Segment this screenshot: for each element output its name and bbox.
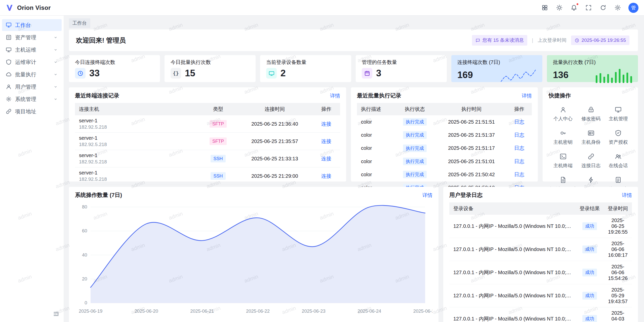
- status-badge: 执行完成: [403, 171, 427, 178]
- system-ops-panel: 系统操作数量 (7日) 详情 0204060802025-06-192025-0…: [69, 187, 438, 322]
- login-time: 2025-06-06 16:08:17: [604, 238, 632, 261]
- link-icon: [6, 108, 12, 115]
- last-login-label: 上次登录时间: [538, 37, 567, 44]
- executions-detail-link[interactable]: 详情: [522, 92, 532, 99]
- column-header: 连接时间: [237, 103, 312, 115]
- refresh-button[interactable]: [597, 2, 609, 14]
- chevron-down-icon: [53, 72, 58, 77]
- menu-fold-icon: [53, 311, 59, 317]
- log-link[interactable]: 日志: [514, 145, 524, 151]
- stat-label: 今日批量执行次数: [171, 59, 250, 66]
- quick-action-host-terminal[interactable]: 主机终端: [549, 153, 577, 169]
- column-header: 执行描述: [357, 103, 393, 115]
- quick-action-asset-authorization[interactable]: 资产授权: [605, 129, 632, 146]
- bell-icon: [571, 4, 577, 11]
- connect-link[interactable]: 连接: [321, 121, 331, 127]
- type-badge: SSH: [211, 155, 225, 162]
- svg-text:60: 60: [82, 228, 87, 233]
- chevron-down-icon: [53, 47, 58, 52]
- table-row: server-1182.92.5.218 SFTP 2025-06-25 21:…: [75, 133, 340, 150]
- stat-value: 33: [89, 68, 100, 79]
- sidebar-item-project-link[interactable]: 项目地址: [2, 105, 62, 117]
- document-list-icon: [615, 176, 622, 184]
- calendar-icon: [362, 68, 372, 79]
- connect-link[interactable]: 连接: [321, 156, 331, 161]
- sidebar-item-asset-management[interactable]: 资产管理: [2, 31, 62, 43]
- column-header: 连接主机: [75, 103, 199, 115]
- sidebar-collapse-button[interactable]: [52, 309, 61, 318]
- login-device: 127.0.0.1 - 内网IP - Mozilla/5.0 (Windows …: [453, 292, 572, 299]
- fullscreen-button[interactable]: [583, 2, 594, 14]
- status-badge: 执行完成: [403, 158, 427, 165]
- quick-action-host-identity[interactable]: 主机身份: [577, 129, 605, 146]
- login-device: 127.0.0.1 - 内网IP - Mozilla/5.0 (Windows …: [453, 269, 572, 276]
- sidebar-item-user-management[interactable]: 用户管理: [2, 81, 62, 93]
- log-link[interactable]: 日志: [514, 172, 524, 177]
- sidebar-item-batch-execution[interactable]: 批量执行: [2, 68, 62, 80]
- column-header: 执行状态: [393, 103, 436, 115]
- table-row: 127.0.0.1 - 内网IP - Mozilla/5.0 (Windows …: [449, 261, 632, 284]
- type-badge: SFTP: [210, 137, 227, 145]
- login-logs-detail-link[interactable]: 详情: [622, 192, 632, 199]
- quick-action-connection-log[interactable]: 连接日志: [577, 153, 605, 169]
- result-badge: 成功: [582, 269, 597, 276]
- avatar[interactable]: 管: [628, 3, 638, 13]
- host-ip: 182.92.5.218: [79, 124, 195, 130]
- column-header: 登录设备: [449, 202, 576, 215]
- execution-desc: color: [357, 128, 393, 141]
- unread-messages-pill[interactable]: 您有 15 条未读消息: [472, 35, 528, 46]
- log-link[interactable]: 日志: [514, 119, 524, 125]
- stats-row: 今日连接终端次数 33 今日批量执行次数 {} 15 当前登录设备数量 2: [69, 55, 638, 82]
- log-link[interactable]: 日志: [514, 159, 524, 164]
- stat-card-7d-connections: 连接终端次数 (7日) 169: [451, 55, 542, 82]
- table-row: color 执行完成 2025-06-25 21:51:37 日志: [357, 128, 532, 141]
- result-badge: 成功: [582, 222, 597, 230]
- stat-value: 136: [553, 70, 569, 80]
- lightning-icon: [587, 176, 595, 184]
- id-card-icon: [587, 129, 595, 137]
- quick-action-change-password[interactable]: 修改密码: [577, 106, 605, 122]
- table-row: 127.0.0.1 - 内网IP - Mozilla/5.0 (Windows …: [449, 238, 632, 261]
- login-logs-panel: 用户登录日志 详情 登录设备 登录结果 登录时间 127.0.0.1 - 内网I…: [443, 187, 638, 322]
- connect-link[interactable]: 连接: [321, 138, 331, 144]
- stat-value: 15: [185, 68, 195, 79]
- execution-desc: color: [357, 168, 393, 181]
- quick-action-host-management[interactable]: 主机管理: [605, 106, 632, 122]
- quick-action-host-keys[interactable]: 主机密钥: [549, 129, 577, 146]
- breadcrumb-item-workbench[interactable]: 工作台: [69, 18, 90, 28]
- apps-button[interactable]: [539, 2, 550, 14]
- table-row: server-1182.92.5.218 SFTP 2025-06-25 21:…: [75, 115, 340, 133]
- stat-label: 管理的任务数量: [362, 59, 441, 66]
- sidebar-item-host-ops[interactable]: 主机运维: [2, 44, 62, 56]
- sidebar-item-system-management[interactable]: 系统管理: [2, 93, 62, 105]
- table-row: 127.0.0.1 - 内网IP - Mozilla/5.0 (Windows …: [449, 307, 632, 322]
- settings-button[interactable]: [612, 2, 623, 14]
- recent-connections-panel: 最近终端连接记录 详情 连接主机 类型 连接时间 操作 server-1182.…: [69, 87, 346, 182]
- login-time: 2025-06-06 15:54:26: [604, 261, 632, 284]
- notifications-button[interactable]: [568, 2, 580, 14]
- app-title: Orion Visor: [17, 4, 51, 11]
- system-ops-detail-link[interactable]: 详情: [422, 192, 432, 199]
- login-logs-table: 登录设备 登录结果 登录时间 127.0.0.1 - 内网IP - Mozill…: [449, 202, 632, 322]
- unread-messages-text: 您有 15 条未读消息: [482, 37, 524, 44]
- bottom-row: 系统操作数量 (7日) 详情 0204060802025-06-192025-0…: [69, 187, 638, 322]
- execution-desc: color: [357, 142, 393, 155]
- quick-action-online-sessions[interactable]: 在线会话: [605, 153, 632, 169]
- execution-time: 2025-06-25 21:51:01: [436, 155, 507, 168]
- sidebar-item-label: 批量执行: [15, 71, 36, 78]
- system-ops-chart: 0204060802025-06-192025-06-202025-06-212…: [75, 200, 432, 316]
- sidebar-item-workbench[interactable]: 工作台: [2, 19, 62, 31]
- sidebar-item-ops-audit[interactable]: 运维审计: [2, 56, 62, 68]
- log-link[interactable]: 日志: [514, 132, 524, 138]
- theme-toggle-button[interactable]: [553, 2, 565, 14]
- connections-detail-link[interactable]: 详情: [330, 92, 340, 99]
- brand[interactable]: Orion Visor: [6, 4, 51, 12]
- host-ip: 182.92.5.218: [79, 142, 195, 147]
- execution-time: 2025-06-25 21:51:51: [436, 115, 507, 128]
- quick-action-profile[interactable]: 个人中心: [549, 106, 577, 122]
- status-badge: 执行完成: [403, 145, 427, 152]
- connect-link[interactable]: 连接: [321, 173, 331, 179]
- link-icon: [587, 153, 595, 160]
- user-icon: [559, 106, 567, 113]
- result-badge: 成功: [582, 315, 597, 322]
